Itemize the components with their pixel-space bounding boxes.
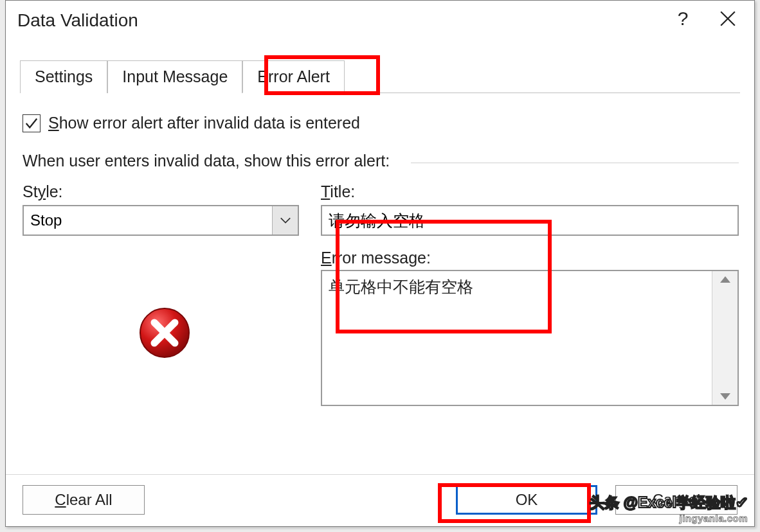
tab-settings[interactable]: Settings (20, 60, 107, 93)
checkmark-icon (24, 116, 39, 130)
divider (411, 163, 739, 163)
tab-error-alert[interactable]: Error Alert (242, 60, 345, 93)
style-label: Style: (23, 182, 299, 201)
help-button[interactable]: ? (660, 2, 705, 35)
stop-error-icon (138, 306, 191, 359)
style-dropdown[interactable]: Stop (23, 205, 299, 236)
tab-input-message[interactable]: Input Message (107, 60, 242, 93)
clear-all-button[interactable]: Clear All (23, 485, 145, 515)
close-button[interactable] (705, 2, 750, 35)
cancel-button[interactable]: Cancel (615, 485, 737, 515)
style-preview-icon (138, 306, 191, 359)
title-input[interactable]: 请勿输入空格 (321, 205, 739, 236)
dialog-footer: Clear All OK Cancel (6, 474, 754, 526)
titlebar: Data Validation ? (6, 1, 754, 40)
close-icon (719, 10, 736, 27)
tab-row: Settings Input Message Error Alert (20, 60, 740, 93)
dialog-title: Data Validation (17, 10, 660, 31)
ok-button[interactable]: OK (456, 485, 597, 515)
title-label: Title: (321, 182, 739, 201)
scroll-down-button[interactable] (720, 393, 730, 400)
textarea-scrollbar[interactable] (712, 271, 737, 405)
error-message-textarea[interactable]: 单元格中不能有空格 (321, 270, 739, 406)
style-dropdown-button[interactable] (272, 206, 298, 235)
error-message-label: Error message: (321, 249, 739, 267)
scroll-up-button[interactable] (720, 276, 730, 283)
data-validation-dialog: Data Validation ? Settings Input Message… (5, 0, 755, 527)
section-heading: When user enters invalid data, show this… (23, 152, 739, 170)
error-message-value: 单元格中不能有空格 (322, 271, 712, 405)
content-area: Show error alert after invalid data is e… (6, 93, 754, 406)
style-value: Stop (24, 206, 272, 235)
show-error-alert-checkbox[interactable] (23, 114, 41, 132)
show-error-alert-label: Show error alert after invalid data is e… (48, 114, 360, 132)
chevron-down-icon (280, 217, 291, 224)
